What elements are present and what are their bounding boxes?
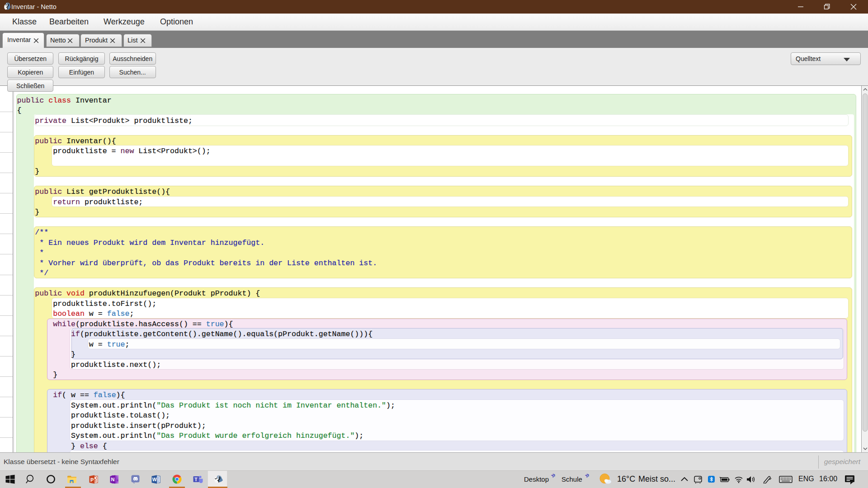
svg-text:W: W	[152, 477, 157, 482]
svg-text:T: T	[194, 476, 198, 482]
svg-text:N: N	[111, 477, 115, 482]
svg-text:P: P	[90, 477, 94, 482]
